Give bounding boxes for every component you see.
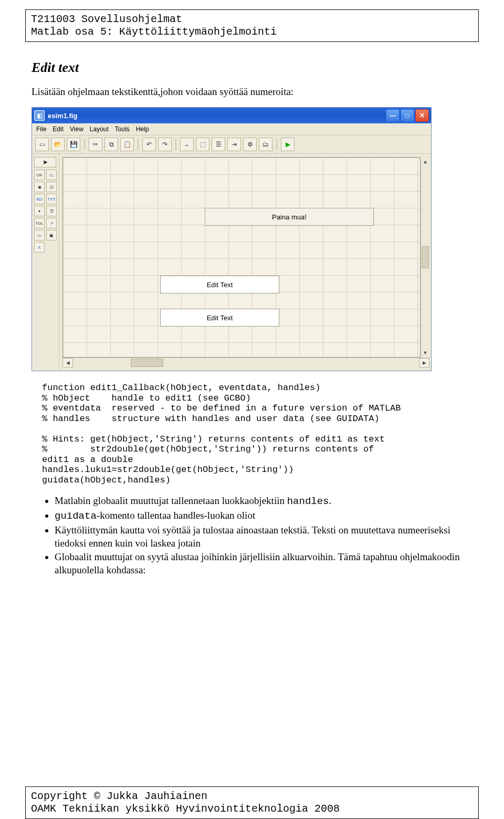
- menu-layout[interactable]: Layout: [90, 125, 109, 133]
- toggle-button-tool-icon[interactable]: TGL: [34, 218, 45, 228]
- divider-icon: [276, 139, 277, 150]
- panel-tool-icon[interactable]: ▭: [34, 230, 45, 240]
- run-icon[interactable]: ▶: [281, 138, 295, 151]
- object-browser-icon[interactable]: 🗂: [259, 138, 272, 151]
- canvas-edit-text-1-label: Edit Text: [207, 281, 233, 289]
- save-icon[interactable]: 💾: [67, 138, 80, 151]
- footer-line1: Copyright © Jukka Jauhiainen: [31, 790, 473, 803]
- canvas-edit-text-2[interactable]: Edit Text: [160, 309, 279, 327]
- menu-file[interactable]: File: [36, 125, 46, 133]
- scroll-thumb-vertical[interactable]: [422, 246, 429, 268]
- toolbar: ▭ 📂 💾 ✂ ⧉ 📋 ↶ ↷ ⫠ ⬚ ☰ ⇥ ⚙ 🗂 ▶: [32, 135, 431, 154]
- scroll-left-icon[interactable]: ◀: [62, 358, 73, 368]
- check-box-tool-icon[interactable]: ☑: [46, 182, 57, 192]
- new-icon[interactable]: ▭: [35, 138, 49, 151]
- menubar: File Edit View Layout Tools Help: [32, 123, 431, 135]
- scroll-down-icon[interactable]: ▼: [423, 350, 428, 355]
- divider-icon: [84, 139, 85, 150]
- menu-view[interactable]: View: [70, 125, 83, 133]
- app-icon: ◧: [34, 110, 45, 121]
- close-button[interactable]: ✕: [415, 109, 429, 122]
- tab-order-icon[interactable]: ⇥: [227, 138, 241, 151]
- button-group-tool-icon[interactable]: ▣: [46, 230, 57, 240]
- canvas-push-button[interactable]: Paina mua!: [205, 208, 374, 226]
- align-icon[interactable]: ⫠: [180, 138, 194, 151]
- menu-editor-icon[interactable]: ☰: [212, 138, 225, 151]
- intro-text: Lisätään ohjelmaan tekstikenttä,johon vo…: [32, 86, 472, 98]
- menu-tools[interactable]: Tools: [115, 125, 130, 133]
- redo-icon[interactable]: ↷: [158, 138, 172, 151]
- canvas-edit-text-1[interactable]: Edit Text: [160, 276, 279, 293]
- workbench: ➤ OK ▭ ◉ ☑ ED TXT ▾ ☰ TGL ⤢ ▭ ▣ X: [32, 154, 431, 371]
- header-line1: T211003 Sovellusohjelmat: [31, 13, 473, 26]
- maximize-button[interactable]: □: [401, 109, 414, 122]
- bullet-1: Matlabin globaalit muuttujat tallennetaa…: [55, 495, 472, 508]
- minimize-button[interactable]: —: [386, 109, 400, 122]
- bullet-2-text: -komento tallentaa handles-luokan oliot: [97, 510, 255, 521]
- bullet-2-code: guidata: [55, 510, 97, 522]
- push-button-tool-icon[interactable]: OK: [34, 170, 45, 180]
- code-block: function edit1_Callback(hObject, eventda…: [42, 383, 472, 485]
- static-text-tool-icon[interactable]: TXT: [46, 194, 57, 204]
- palette: ➤ OK ▭ ◉ ☑ ED TXT ▾ ☰ TGL ⤢ ▭ ▣ X: [32, 154, 59, 371]
- menu-help[interactable]: Help: [136, 125, 149, 133]
- slider-tool-icon[interactable]: ▭: [46, 170, 57, 180]
- bullet-1-code: handles: [287, 496, 329, 507]
- canvas-push-button-label: Paina mua!: [272, 213, 307, 221]
- titlebar: ◧ esim1.fig — □ ✕: [32, 108, 431, 123]
- bullet-4: Globaalit muuttujat on syytä alustaa joi…: [55, 551, 472, 576]
- scroll-up-icon[interactable]: ▲: [423, 159, 428, 164]
- reorder-icon[interactable]: ⬚: [196, 138, 209, 151]
- toolbar-editor-icon[interactable]: ⚙: [243, 138, 257, 151]
- scroll-thumb-horizontal[interactable]: [131, 359, 163, 367]
- scroll-right-icon[interactable]: ▶: [419, 358, 429, 368]
- menu-edit[interactable]: Edit: [52, 125, 64, 133]
- activex-tool-icon[interactable]: X: [34, 242, 45, 253]
- guide-window: ◧ esim1.fig — □ ✕ File Edit View Layout …: [32, 107, 432, 371]
- copy-icon[interactable]: ⧉: [104, 138, 118, 151]
- bullet-1-text-a: Matlabin globaalit muuttujat tallennetaa…: [55, 495, 287, 506]
- scroll-track: [163, 359, 419, 366]
- divider-icon: [175, 139, 176, 150]
- bullet-list: Matlabin globaalit muuttujat tallennetaa…: [42, 495, 472, 576]
- paste-icon[interactable]: 📋: [120, 138, 134, 151]
- footer-line2: OAMK Tekniikan yksikkö Hyvinvointiteknol…: [31, 803, 473, 815]
- layout-canvas[interactable]: Paina mua! Edit Text Edit Text: [62, 157, 421, 358]
- radio-button-tool-icon[interactable]: ◉: [34, 182, 45, 192]
- undo-icon[interactable]: ↶: [142, 138, 156, 151]
- pop-up-tool-icon[interactable]: ▾: [34, 206, 45, 216]
- cut-icon[interactable]: ✂: [89, 138, 102, 151]
- open-icon[interactable]: 📂: [51, 138, 65, 151]
- section-title: Edit text: [32, 60, 472, 76]
- bullet-2: guidata-komento tallentaa handles-luokan…: [55, 509, 472, 523]
- footer-box: Copyright © Jukka Jauhiainen OAMK Teknii…: [25, 786, 479, 819]
- scrollbar-horizontal[interactable]: ◀ ▶: [62, 358, 429, 368]
- header-line2: Matlab osa 5: Käyttöliittymäohjelmointi: [31, 26, 473, 38]
- header-box: T211003 Sovellusohjelmat Matlab osa 5: K…: [25, 9, 479, 42]
- bullet-1-text-b: .: [329, 495, 332, 506]
- scrollbar-vertical[interactable]: ▲ ▼: [421, 157, 429, 358]
- divider-icon: [138, 139, 139, 150]
- bullet-3: Käyttöliittymän kautta voi syöttää ja tu…: [55, 524, 472, 550]
- window-title: esim1.fig: [48, 112, 386, 120]
- listbox-tool-icon[interactable]: ☰: [46, 206, 57, 216]
- canvas-edit-text-2-label: Edit Text: [207, 314, 233, 322]
- edit-text-tool-icon[interactable]: ED: [34, 194, 45, 204]
- axes-tool-icon[interactable]: ⤢: [46, 218, 57, 228]
- select-tool-icon[interactable]: ➤: [34, 157, 56, 167]
